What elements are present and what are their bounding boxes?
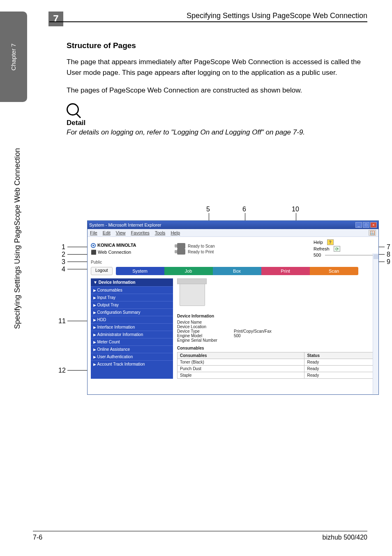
sidebar-group-device-info[interactable]: Device Information xyxy=(91,278,173,286)
callout-9: 9 xyxy=(387,258,390,266)
callout-2: 2 xyxy=(62,251,65,258)
chapter-tab-label: Chapter 7 xyxy=(10,43,17,70)
engine-model-value: 500 xyxy=(234,334,241,338)
device-name-label: Device Name xyxy=(177,320,226,324)
sidebar-item-meter-count[interactable]: Meter Count xyxy=(91,338,173,345)
sidebar-item-account-track[interactable]: Account Track Information xyxy=(91,360,173,368)
brand-logo-icon xyxy=(91,243,96,248)
device-location-label: Device Location xyxy=(177,324,226,329)
detail-heading: Detail xyxy=(67,119,367,127)
menubar: File Edit View Favorites Tools Help 🪟 xyxy=(88,229,378,237)
section-heading: Structure of Pages xyxy=(67,41,367,50)
sidebar-item-hdd[interactable]: HDD xyxy=(91,316,173,323)
logout-button[interactable]: Logout xyxy=(91,267,113,275)
body-paragraph-2: The pages of PageScope Web Connection ar… xyxy=(67,85,367,96)
sidebar: Device Information Consumables Input Tra… xyxy=(91,278,173,379)
page-running-title: Specifying Settings Using PageScope Web … xyxy=(187,12,367,20)
user-mode-label: Public xyxy=(88,260,378,264)
menu-view[interactable]: View xyxy=(116,230,126,235)
table-row: Punch DustReady xyxy=(178,366,375,372)
brand-logo: KONICA MINOLTA xyxy=(91,243,177,248)
sidebar-item-user-auth[interactable]: User Authentication xyxy=(91,353,173,360)
callout-1: 1 xyxy=(62,243,65,251)
sidebar-item-interface-info[interactable]: Interface Information xyxy=(91,323,173,331)
lead-line xyxy=(67,262,87,262)
sidebar-item-output-tray[interactable]: Output Tray xyxy=(91,301,173,308)
help-icon[interactable]: ? xyxy=(327,239,334,245)
device-illustration-icon xyxy=(177,278,214,311)
sidebar-item-input-tray[interactable]: Input Tray xyxy=(91,294,173,301)
cons-punch-status: Ready xyxy=(304,366,375,372)
brand-text: KONICA MINOLTA xyxy=(97,243,136,248)
screenshot-figure: 5 6 10 1 2 3 4 11 12 7 8 9 System - Micr… xyxy=(62,206,380,399)
engine-serial-label: Engine Serial Number xyxy=(177,338,226,343)
ratio-value: 500 xyxy=(314,253,321,257)
panel-heading-device-info: Device Information xyxy=(177,314,375,318)
vertical-scrollbar[interactable] xyxy=(373,253,378,394)
callouts-top: 5 6 10 xyxy=(62,206,380,217)
sidebar-item-consumables[interactable]: Consumables xyxy=(91,286,173,294)
tab-system[interactable]: System xyxy=(116,267,164,275)
tab-scan[interactable]: Scan xyxy=(310,267,358,275)
lead-line xyxy=(67,321,87,321)
consumables-table: ConsumablesStatus Toner (Black)Ready Pun… xyxy=(177,352,375,379)
tab-box[interactable]: Box xyxy=(213,267,261,275)
cons-staple-label: Staple xyxy=(178,372,304,379)
sidebar-item-config-summary[interactable]: Configuration Summary xyxy=(91,308,173,316)
callout-5: 5 xyxy=(206,206,210,213)
engine-model-label: Engine Model xyxy=(177,334,226,338)
menu-file[interactable]: File xyxy=(90,230,97,235)
printer-icon xyxy=(177,249,185,255)
refresh-link[interactable]: Refresh xyxy=(314,246,330,251)
chapter-tab: Chapter 7 xyxy=(0,12,27,102)
scanner-icon xyxy=(177,243,185,249)
menu-edit[interactable]: Edit xyxy=(103,230,111,235)
side-vertical-title: Specifying Settings Using PageScope Web … xyxy=(13,148,22,329)
sidebar-item-admin-info[interactable]: Administrator Information xyxy=(91,331,173,338)
callout-8: 8 xyxy=(387,251,390,258)
cons-staple-status: Ready xyxy=(304,372,375,379)
lead-line xyxy=(67,247,87,247)
lead-line xyxy=(67,254,87,255)
refresh-icon[interactable]: ⟳ xyxy=(334,246,340,252)
callout-4: 4 xyxy=(62,266,65,273)
callout-12: 12 xyxy=(58,367,66,374)
tab-job[interactable]: Job xyxy=(164,267,213,275)
cons-col-consumables: Consumables xyxy=(178,352,304,359)
window-titlebar: System - Microsoft Internet Explorer _ □… xyxy=(88,221,378,229)
menu-tools[interactable]: Tools xyxy=(155,230,166,235)
table-row: Toner (Black)Ready xyxy=(178,359,375,366)
footer-page-number: 7-6 xyxy=(33,534,42,541)
callout-11: 11 xyxy=(58,317,66,325)
tab-print[interactable]: Print xyxy=(261,267,310,275)
footer-product: bizhub 500/420 xyxy=(323,534,367,541)
menu-favorites[interactable]: Favorites xyxy=(131,230,150,235)
chapter-number-badge: 7 xyxy=(48,12,63,26)
menu-help[interactable]: Help xyxy=(171,230,180,235)
page-footer: 7-6 bizhub 500/420 xyxy=(33,531,367,541)
header-divider xyxy=(49,21,367,22)
window-minimize-button[interactable]: _ xyxy=(355,222,362,228)
window-maximize-button[interactable]: □ xyxy=(363,222,369,228)
help-link[interactable]: Help xyxy=(314,240,323,245)
lead-line xyxy=(67,269,87,269)
device-type-value: Print/Copy/Scan/Fax xyxy=(234,329,272,334)
main-panel: Device Information Device Name Device Lo… xyxy=(177,278,378,379)
table-row: StapleReady xyxy=(178,372,375,379)
browser-window: System - Microsoft Internet Explorer _ □… xyxy=(87,220,379,395)
lead-line xyxy=(67,370,87,371)
cons-punch-label: Punch Dust xyxy=(178,366,304,372)
window-close-button[interactable]: × xyxy=(370,222,377,228)
ie-flag-icon: 🪟 xyxy=(369,230,376,236)
detail-body: For details on logging on, refer to "Log… xyxy=(67,127,367,138)
cons-toner-status: Ready xyxy=(304,359,375,366)
brand-product-text: Web Connection xyxy=(98,250,131,255)
body-paragraph-1: The page that appears immediately after … xyxy=(67,57,367,78)
brand-product: ⬛ Web Connection xyxy=(91,250,177,255)
cons-col-status: Status xyxy=(304,352,375,359)
panel-heading-consumables: Consumables xyxy=(177,346,375,350)
sidebar-item-online-assist[interactable]: Online Assistance xyxy=(91,345,173,353)
callout-3: 3 xyxy=(62,258,65,266)
callout-7: 7 xyxy=(387,243,390,251)
callout-10: 10 xyxy=(292,206,299,213)
